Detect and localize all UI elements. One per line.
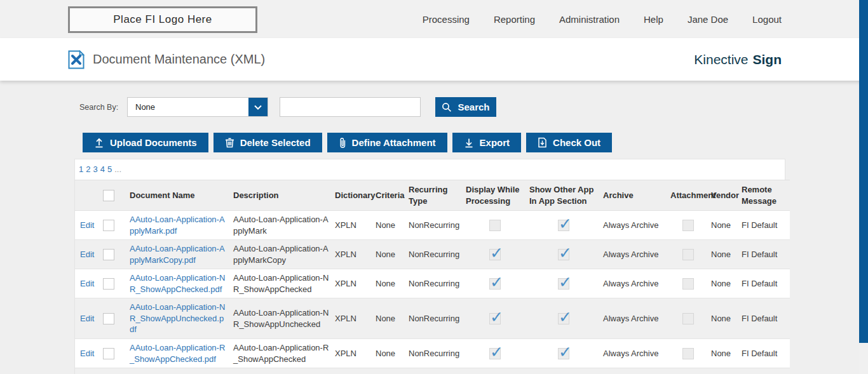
dictionary-cell: XPLN: [332, 339, 373, 368]
row-select-checkbox[interactable]: ✓: [103, 249, 114, 260]
search-row: Search By: None Search: [79, 97, 496, 117]
vendor-cell: None: [709, 211, 739, 240]
vendor-cell: None: [709, 240, 739, 269]
remote-message-cell: FI Default: [739, 240, 790, 269]
trash-icon: [225, 137, 234, 148]
top-bar: Place FI Logo Here Processing Reporting …: [0, 0, 868, 38]
page-header: Document Maintenance (XML) Kinective Sig…: [0, 38, 868, 81]
display-while-processing-checkbox: ✓: [489, 220, 501, 231]
nav-administration[interactable]: Administration: [559, 14, 620, 25]
toolbar: Upload Documents Delete Selected Define …: [83, 133, 612, 152]
upload-documents-button[interactable]: Upload Documents: [83, 133, 208, 152]
fi-logo-text: Place FI Logo Here: [113, 13, 212, 26]
edit-link[interactable]: Edit: [80, 349, 94, 358]
edit-link[interactable]: Edit: [80, 279, 94, 288]
table-row: Edit ✓ AAuto-Loan-Application-NR_ShowApp…: [75, 269, 790, 298]
page-link-4[interactable]: 4: [100, 164, 105, 174]
search-by-selected-value: None: [128, 102, 155, 112]
delete-selected-button[interactable]: Delete Selected: [214, 133, 322, 152]
row-select-checkbox[interactable]: ✓: [103, 220, 114, 231]
table-body: Edit ✓ AAuto-Loan-Application-ApplyMark.…: [75, 211, 790, 374]
criteria-cell: None: [373, 339, 406, 368]
recurring-type-cell: NonRecurring: [406, 339, 463, 368]
page-link-2[interactable]: 2: [86, 164, 90, 174]
remote-message-cell: FI Default: [739, 211, 790, 240]
nav-help[interactable]: Help: [644, 14, 663, 25]
search-button-label: Search: [458, 102, 489, 112]
recurring-type-cell: NonRecurring: [406, 240, 463, 269]
edit-link[interactable]: Edit: [80, 314, 94, 323]
search-by-select[interactable]: None: [127, 97, 268, 117]
edit-link[interactable]: Edit: [80, 250, 94, 259]
attachment-checkbox: ✓: [682, 220, 694, 231]
vendor-cell: None: [709, 298, 739, 339]
header-document-name: Document Name: [127, 180, 231, 211]
show-other-app-checkbox: ✓: [558, 278, 569, 290]
check-out-label: Check Out: [553, 137, 600, 148]
upload-documents-label: Upload Documents: [110, 137, 197, 148]
document-name-link[interactable]: AAuto-Loan-Application-NR_ShowAppUncheck…: [130, 302, 225, 334]
check-out-button[interactable]: Check Out: [526, 133, 612, 152]
table-row: Edit ✓ AAuto-Loan-Application-R_ShowAppU…: [75, 368, 790, 374]
nav-logout[interactable]: Logout: [752, 14, 782, 25]
display-while-processing-checkbox: ✓: [489, 278, 501, 290]
paperclip-icon: [339, 137, 346, 149]
criteria-cell: None: [373, 269, 406, 298]
criteria-cell: None: [373, 211, 406, 240]
table-row: Edit ✓ AAuto-Loan-Application-ApplyMarkC…: [75, 240, 790, 269]
archive-cell: Always Archive: [600, 298, 668, 339]
pagination: 12345...: [75, 159, 785, 180]
archive-cell: Always Archive: [600, 339, 668, 368]
row-select-checkbox[interactable]: ✓: [103, 348, 114, 359]
row-select-checkbox[interactable]: ✓: [103, 278, 114, 290]
download-icon: [464, 137, 474, 148]
document-name-link[interactable]: AAuto-Loan-Application-ApplyMarkCopy.pdf: [130, 244, 225, 265]
description-cell: AAuto-Loan-Application-NR_ShowAppUncheck…: [231, 298, 332, 339]
dictionary-cell: XPLN: [332, 298, 373, 339]
row-select-checkbox[interactable]: ✓: [103, 313, 114, 324]
search-by-label: Search By:: [79, 103, 127, 112]
archive-cell: Always Archive: [600, 211, 668, 240]
table-row: Edit ✓ AAuto-Loan-Application-NR_ShowApp…: [75, 298, 790, 339]
search-button[interactable]: Search: [435, 97, 496, 117]
select-all-checkbox[interactable]: ✓: [103, 190, 114, 201]
vertical-scrollbar[interactable]: [859, 0, 868, 374]
recurring-type-cell: NonRecurring: [406, 269, 463, 298]
chevron-down-icon[interactable]: [248, 98, 268, 116]
header-show-other-app: Show Other App In App Section: [527, 180, 600, 211]
recurring-type-cell: NonRecurring: [406, 298, 463, 339]
show-other-app-checkbox: ✓: [558, 313, 569, 324]
document-name-link[interactable]: AAuto-Loan-Application-NR_ShowAppChecked…: [130, 273, 225, 294]
brand-bold: Sign: [753, 52, 782, 67]
criteria-cell: None: [373, 240, 406, 269]
attachment-checkbox: ✓: [682, 313, 694, 324]
attachment-checkbox: ✓: [682, 278, 694, 290]
page-link-5[interactable]: 5: [107, 164, 112, 174]
header-display-while-processing: Display While Processing: [463, 180, 527, 211]
document-name-link[interactable]: AAuto-Loan-Application-ApplyMark.pdf: [130, 215, 225, 236]
archive-cell: Always Archive: [600, 240, 668, 269]
nav-reporting[interactable]: Reporting: [494, 14, 535, 25]
remote-message-cell: FI Default: [739, 269, 790, 298]
top-nav: Processing Reporting Administration Help…: [423, 0, 782, 38]
nav-processing[interactable]: Processing: [423, 14, 470, 25]
vendor-cell: None: [709, 269, 739, 298]
page-link-3[interactable]: 3: [93, 164, 97, 174]
export-button[interactable]: Export: [452, 133, 522, 152]
page-link-1[interactable]: 1: [79, 164, 83, 174]
header-vendor: Vendor: [709, 180, 739, 211]
header-criteria: Criteria: [373, 180, 406, 211]
scrollbar-thumb[interactable]: [859, 0, 868, 343]
upload-icon: [94, 137, 104, 148]
table-row: Edit ✓ AAuto-Loan-Application-ApplyMark.…: [75, 211, 790, 240]
show-other-app-checkbox: ✓: [558, 348, 569, 359]
document-name-link[interactable]: AAuto-Loan-Application-R_ShowAppChecked.…: [130, 343, 225, 364]
header-recurring-type: Recurring Type: [406, 180, 463, 211]
search-input[interactable]: [280, 97, 421, 117]
show-other-app-checkbox: ✓: [558, 220, 569, 231]
nav-user[interactable]: Jane Doe: [688, 14, 728, 25]
header-dictionary: Dictionary: [332, 180, 373, 211]
delete-selected-label: Delete Selected: [240, 137, 311, 148]
define-attachment-button[interactable]: Define Attachment: [327, 133, 447, 152]
edit-link[interactable]: Edit: [80, 220, 94, 230]
